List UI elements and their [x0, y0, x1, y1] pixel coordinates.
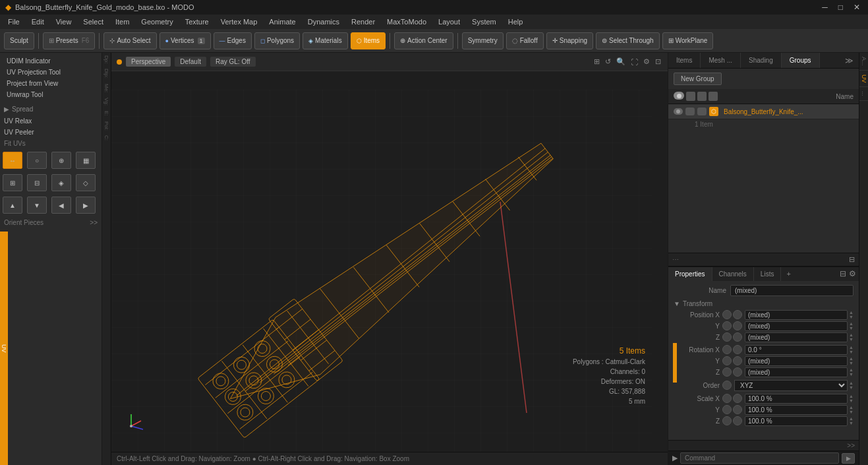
group-lock-icon[interactable] [685, 108, 695, 115]
presets-button[interactable]: ⊞ Presets F6 [43, 32, 96, 49]
pos-x-dn[interactable]: ▼ [849, 315, 854, 319]
tab-add-btn[interactable]: + [781, 267, 796, 280]
udim-indicator-tool[interactable]: UDIM Indicator [3, 55, 99, 67]
tab-items[interactable]: Items [668, 53, 701, 68]
maximize-button[interactable]: □ [836, 3, 846, 12]
rot-x-lock[interactable] [733, 345, 742, 354]
sculpt-button[interactable]: Sculpt [4, 32, 34, 49]
default-label[interactable]: Default [175, 57, 206, 67]
menu-system[interactable]: System [467, 16, 502, 27]
group-row[interactable]: ⬡ Balsong_Butterfly_Knife_... [668, 104, 859, 119]
type-col-icon[interactable] [709, 92, 718, 101]
materials-button[interactable]: ◈ Materials [303, 32, 348, 49]
menu-vertexmap[interactable]: Vertex Map [216, 16, 263, 27]
tab-channels[interactable]: Channels [712, 267, 754, 281]
falloff-button[interactable]: ◌ Falloff [506, 32, 544, 49]
project-from-view-tool[interactable]: Project from View [3, 78, 99, 89]
menu-select[interactable]: Select [78, 16, 109, 27]
rotate-ctrl-icon[interactable]: ↺ [604, 56, 612, 67]
pos-x-value[interactable]: (mixed) [745, 310, 848, 320]
panel-expand-btn[interactable]: ⊟ [849, 255, 855, 264]
pos-z-lock[interactable] [733, 332, 742, 342]
icon-btn-empty-diamond[interactable]: ◇ [76, 174, 96, 191]
order-up[interactable]: ▲ [849, 381, 854, 385]
expand-right-icon[interactable]: ≫ [840, 53, 859, 68]
icon-btn-diamond[interactable]: ◈ [51, 174, 71, 191]
minimize-button[interactable]: ─ [819, 3, 830, 12]
sc-z-radio[interactable] [722, 416, 732, 425]
order-select[interactable]: XYZ [734, 380, 848, 391]
tab-groups[interactable]: Groups [782, 53, 820, 68]
rot-z-value[interactable]: (mixed) [745, 367, 848, 377]
group-visibility-icon[interactable] [674, 108, 683, 115]
pos-y-lock[interactable] [733, 321, 742, 330]
menu-item[interactable]: Item [110, 16, 134, 27]
rot-x-radio[interactable] [722, 345, 732, 354]
menu-dynamics[interactable]: Dynamics [303, 16, 345, 27]
sc-z-value[interactable]: 100.0 % [745, 416, 848, 426]
select-through-button[interactable]: ⊚ Select Through [596, 32, 660, 49]
arrow-right-btn[interactable]: ▶ [76, 197, 96, 214]
new-group-button[interactable]: New Group [674, 73, 722, 85]
viewport[interactable]: Perspective Default Ray GL: Off ⊞ ↺ 🔍 ⛶ … [111, 53, 668, 465]
layout-ctrl-icon[interactable]: ⊞ [593, 56, 601, 67]
uv-relax-tool[interactable]: UV Relax [0, 115, 101, 127]
sc-x-lock[interactable] [733, 394, 742, 403]
menu-layout[interactable]: Layout [433, 16, 465, 27]
menu-edit[interactable]: Edit [26, 16, 49, 27]
sc-x-dn[interactable]: ▼ [849, 398, 854, 403]
rot-z-up[interactable]: ▲ [849, 367, 854, 372]
tab-properties[interactable]: Properties [668, 267, 712, 281]
menu-maxtomodo[interactable]: MaxToModo [382, 16, 432, 27]
more-button[interactable]: >> [90, 219, 98, 226]
pos-z-value[interactable]: (mixed) [745, 332, 848, 342]
side-tab-a[interactable]: A... [859, 53, 868, 71]
menu-help[interactable]: Help [503, 16, 529, 27]
edges-button[interactable]: — Edges [214, 32, 252, 49]
vertices-button[interactable]: ● Vertices 1 [159, 32, 211, 49]
sc-x-value[interactable]: 100.0 % [745, 394, 848, 404]
ray-gl-label[interactable]: Ray GL: Off [210, 57, 256, 67]
icon-btn-select[interactable]: ⊞ [3, 174, 22, 191]
perspective-label[interactable]: Perspective [126, 57, 171, 67]
rot-z-radio[interactable] [722, 367, 732, 377]
sc-z-up[interactable]: ▲ [849, 416, 854, 421]
tab-lists[interactable]: Lists [754, 267, 782, 281]
fit-ctrl-icon[interactable]: ⛶ [629, 57, 639, 67]
render-col-icon[interactable] [697, 92, 707, 101]
arrow-up-btn[interactable]: ▲ [3, 197, 22, 214]
rot-y-value[interactable]: (mixed) [745, 356, 848, 366]
tab-mesh[interactable]: Mesh ... [701, 53, 741, 68]
sc-z-lock[interactable] [733, 416, 742, 425]
order-radio[interactable] [722, 381, 732, 390]
pos-z-radio[interactable] [722, 332, 732, 342]
menu-render[interactable]: Render [346, 16, 380, 27]
menu-texture[interactable]: Texture [180, 16, 214, 27]
sc-y-lock[interactable] [733, 405, 742, 414]
menu-geometry[interactable]: Geometry [136, 16, 178, 27]
tab-shading[interactable]: Shading [741, 53, 782, 68]
rot-y-lock[interactable] [733, 356, 742, 365]
rot-x-dn[interactable]: ▼ [849, 350, 854, 354]
menu-file[interactable]: File [3, 16, 25, 27]
pos-x-up[interactable]: ▲ [849, 310, 854, 315]
auto-select-button[interactable]: ⊹ Auto Select [103, 32, 156, 49]
pos-y-dn[interactable]: ▼ [849, 326, 854, 330]
items-button[interactable]: ⬡ Items [351, 32, 386, 49]
expand-ctrl-icon[interactable]: ⊡ [654, 56, 662, 67]
unwrap-tool[interactable]: Unwrap Tool [3, 89, 99, 100]
pos-z-up[interactable]: ▲ [849, 332, 854, 337]
eye-col-icon[interactable] [674, 92, 684, 100]
menu-view[interactable]: View [51, 16, 77, 27]
rot-x-value[interactable]: 0.0 ° [745, 345, 848, 355]
icon-btn-scale[interactable]: ⊕ [51, 152, 71, 169]
workplane-button[interactable]: ⊞ WorkPlane [662, 32, 714, 49]
snapping-button[interactable]: ✛ Snapping [546, 32, 593, 49]
uv-tab[interactable]: UV [0, 232, 8, 465]
cmd-go-button[interactable]: ▶ [842, 453, 855, 464]
sc-y-value[interactable]: 100.0 % [745, 405, 848, 415]
icon-btn-transform[interactable]: ↔ [3, 152, 22, 169]
group-render-icon[interactable] [697, 108, 707, 115]
side-tab-b[interactable]: ... [859, 87, 868, 101]
rot-x-up[interactable]: ▲ [849, 345, 854, 350]
